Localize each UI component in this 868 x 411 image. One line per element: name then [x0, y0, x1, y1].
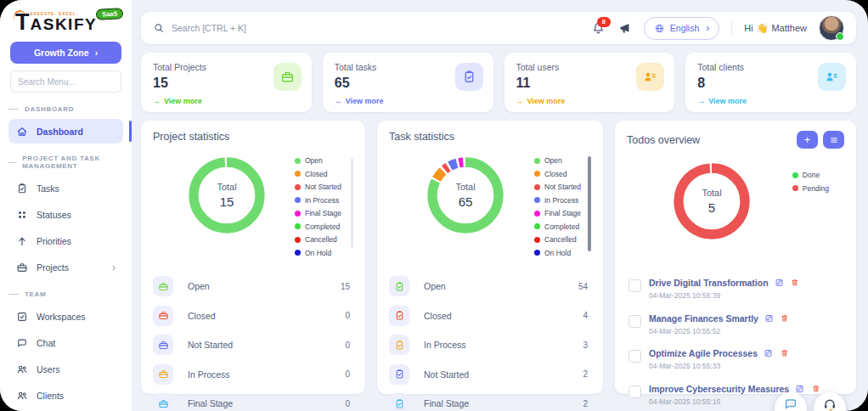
legend-item-not-started: Not Started — [534, 183, 581, 191]
dash-icon — [8, 109, 19, 110]
divider — [731, 20, 732, 36]
sidebar-item-label: Chat — [37, 338, 55, 348]
language-selector[interactable]: English › — [644, 17, 719, 40]
legend-dot — [534, 223, 540, 229]
growth-zone-button[interactable]: Growth Zone › — [10, 42, 121, 64]
sidebar-item-statuses[interactable]: Statuses — [8, 202, 123, 227]
todo-title: Drive Digital Transformation — [649, 278, 769, 288]
todo-checkbox[interactable] — [628, 350, 641, 363]
status-row-not-started: Not Started2 — [389, 360, 591, 390]
legend-item-completed: Completed — [295, 222, 341, 231]
task-status-rows: Open54Closed4In Process3Not Started2Fina… — [389, 272, 591, 411]
sidebar-item-projects[interactable]: Projects› — [8, 255, 123, 279]
view-more-link[interactable]: →View more — [153, 97, 300, 105]
clipboard-icon — [16, 183, 28, 194]
grid-icon — [16, 209, 28, 221]
legend-item-on-hold: On Hold — [295, 249, 341, 257]
add-todo-button[interactable]: + — [797, 131, 818, 149]
status-count: 2 — [583, 399, 591, 408]
edit-icon[interactable] — [795, 384, 805, 394]
todo-title: Manage Finances Smartly — [649, 313, 758, 324]
view-more-link[interactable]: →View more — [516, 97, 663, 105]
sidebar-item-users[interactable]: Users — [8, 357, 123, 381]
trash-icon[interactable] — [811, 384, 821, 394]
status-count: 3 — [583, 341, 591, 350]
edit-icon[interactable] — [764, 348, 774, 358]
donut-center: Total5 — [668, 157, 756, 245]
clipboard-icon — [389, 306, 409, 326]
todo-checkbox[interactable] — [628, 386, 641, 398]
trash-icon[interactable] — [790, 278, 800, 288]
chevron-right-icon: › — [706, 23, 709, 33]
logo-text: ASKIFY — [31, 17, 98, 31]
legend-scrollbar[interactable] — [588, 156, 592, 251]
sidebar-item-dashboard[interactable]: Dashboard — [8, 119, 123, 144]
announcements-button[interactable] — [617, 21, 632, 36]
logo-letter-t: T — [15, 14, 30, 32]
notification-badge: 8 — [597, 17, 611, 27]
status-count: 15 — [341, 282, 353, 291]
task-legend: OpenClosedNot StartedIn ProcessFinal Sta… — [534, 156, 581, 262]
task-statistics-card: Task statistics Total65 OpenClosedNot St… — [377, 121, 603, 394]
sidebar-item-clients[interactable]: Clients — [8, 383, 123, 408]
clipboard-icon — [389, 335, 409, 355]
legend-item-final-stage: Final Stage — [534, 209, 581, 217]
legend-item-in-process: In Process — [295, 196, 341, 205]
avatar[interactable] — [819, 15, 844, 41]
status-row-closed: Closed0 — [153, 301, 353, 331]
legend-label: Done — [803, 171, 820, 179]
view-more-link[interactable]: →View more — [697, 97, 844, 105]
arrow-right-icon: → — [697, 97, 705, 105]
todo-item: Manage Finances Smartly04-Mar-2025 10:55… — [627, 313, 844, 349]
globe-icon — [654, 23, 665, 34]
todo-title: Improve Cybersecurity Measures — [649, 384, 789, 394]
status-label: Not Started — [424, 369, 469, 380]
legend-item-open: Open — [534, 156, 581, 165]
todo-checkbox[interactable] — [628, 315, 641, 328]
sidebar-item-tasks[interactable]: Tasks — [8, 176, 123, 200]
clipboard-icon — [389, 393, 409, 411]
greeting: Hi 👋 Matthew — [744, 23, 807, 34]
todo-list-button[interactable] — [823, 131, 844, 149]
headset-icon — [822, 397, 837, 411]
view-more-link[interactable]: →View more — [335, 97, 482, 105]
sidebar-item-chat[interactable]: Chat — [8, 330, 123, 355]
status-count: 4 — [583, 311, 591, 320]
sidebar-item-workspaces[interactable]: Workspaces — [8, 304, 123, 329]
legend-item-completed: Completed — [534, 222, 581, 231]
status-row-final-stage: Final Stage2 — [389, 389, 591, 411]
notifications-button[interactable]: 8 — [591, 21, 606, 36]
app-window: T EXECUTE. EXCEL. ASKIFY SaaS Growth Zon… — [0, 0, 868, 411]
legend-label: Final Stage — [544, 209, 581, 217]
todo-timestamp: 04-Mar-2025 10:56:39 — [649, 291, 800, 300]
card-title: Project statistics — [153, 131, 229, 143]
todo-checkbox[interactable] — [628, 279, 641, 292]
edit-icon[interactable] — [764, 313, 775, 324]
sidebar: T EXECUTE. EXCEL. ASKIFY SaaS Growth Zon… — [0, 0, 132, 411]
briefcase-icon — [153, 276, 173, 296]
legend-item-final-stage: Final Stage — [295, 209, 341, 217]
legend-item-closed: Closed — [534, 170, 581, 178]
chat-bubble-icon — [783, 397, 798, 411]
sidebar-item-priorities[interactable]: Priorities — [8, 228, 123, 253]
online-status-dot — [836, 32, 844, 41]
global-search[interactable]: Search [CTRL + K] — [153, 22, 583, 34]
edit-icon[interactable] — [775, 278, 785, 288]
legend-scrollbar[interactable] — [351, 158, 353, 248]
stat-card-total-projects: Total Projects15→View more — [141, 53, 312, 112]
legend-label: Cancelled — [305, 235, 337, 244]
sidebar-search-input[interactable] — [10, 70, 121, 93]
stats-row: Total Projects15→View moreTotal tasks65→… — [141, 53, 856, 112]
project-chart-area: Total15 OpenClosedNot StartedIn ProcessF… — [153, 146, 353, 265]
status-label: Not Started — [188, 340, 233, 350]
trash-icon[interactable] — [780, 313, 790, 324]
status-row-not-started: Not Started0 — [153, 330, 353, 360]
arrow-right-icon: → — [153, 97, 161, 105]
status-row-in-process: In Process3 — [389, 330, 591, 360]
todo-timestamp: 04-Mar-2025 10:55:52 — [649, 327, 790, 335]
trash-icon[interactable] — [780, 348, 790, 358]
legend-label: Not Started — [305, 183, 341, 191]
status-label: Closed — [424, 311, 452, 321]
status-label: Closed — [188, 311, 216, 321]
legend-dot — [792, 172, 798, 178]
